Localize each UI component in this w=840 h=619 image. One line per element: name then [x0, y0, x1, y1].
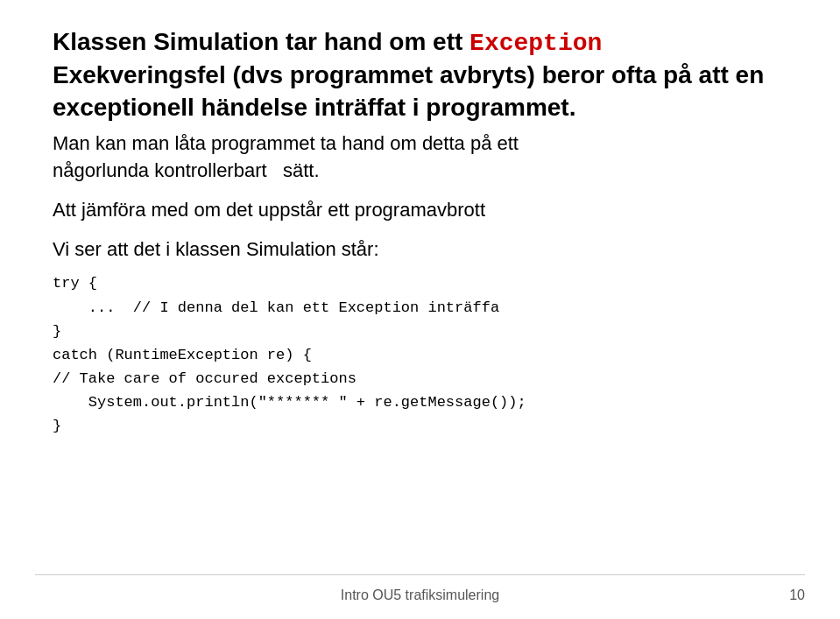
exception-keyword: Exception — [469, 30, 602, 57]
paragraph1: Man kan man låta programmet ta hand om d… — [53, 130, 787, 185]
main-heading: Klassen Simulation tar hand om ett Excep… — [53, 26, 787, 123]
paragraph2: Att jämföra med om det uppstår ett progr… — [53, 197, 787, 224]
code-block: try { ... // I denna del kan ett Excepti… — [53, 271, 787, 438]
code-line2: ... // I denna del kan ett Exception int… — [53, 299, 499, 316]
footer: Intro OU5 trafiksimulering 10 — [0, 587, 840, 603]
code-line4: catch (RuntimeException re) { — [53, 347, 312, 363]
code-line1: try { — [53, 275, 97, 292]
heading-part1: Klassen Simulation tar hand om ett — [53, 28, 469, 55]
footer-divider — [35, 574, 805, 575]
footer-label: Intro OU5 trafiksimulering — [35, 587, 805, 603]
heading-line3: exceptionell händelse inträffat i progra… — [53, 94, 575, 121]
main-content: Klassen Simulation tar hand om ett Excep… — [0, 0, 840, 465]
code-line6: System.out.println("******* " + re.getMe… — [53, 394, 526, 411]
footer-page: 10 — [789, 587, 805, 603]
heading-line2: Exekveringsfel (dvs programmet avbryts) … — [53, 61, 764, 88]
code-line5: // Take care of occured exceptions — [53, 370, 356, 387]
code-line7: } — [53, 418, 61, 434]
code-line3: } — [53, 323, 61, 340]
paragraph3: Vi ser att det i klassen Simulation står… — [53, 236, 787, 264]
